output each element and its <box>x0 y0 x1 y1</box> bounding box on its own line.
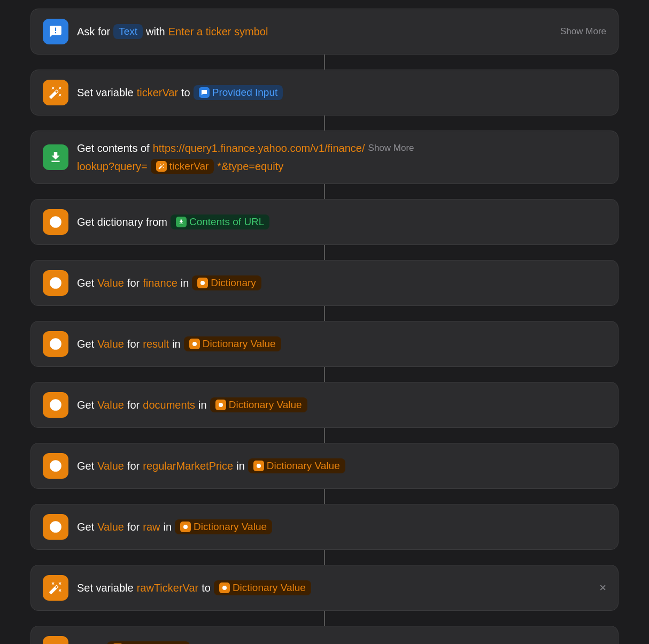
value-label: Value <box>97 277 124 289</box>
raw-ticker-var-pill: rawTickerVar <box>107 641 190 644</box>
dict-value-icon-5 <box>43 514 68 540</box>
connector-8 <box>324 489 325 504</box>
dict-icon-sm <box>215 400 226 410</box>
get-label: Get <box>77 277 94 289</box>
connector-4 <box>324 245 325 260</box>
to-label-2: to <box>202 582 211 594</box>
dict-icon-sm <box>197 278 208 288</box>
ticker-prompt: Enter a ticker symbol <box>168 26 268 38</box>
set-variable-label-2: Set variable <box>77 582 134 594</box>
connector-5 <box>324 306 325 321</box>
step-content: Set variable rawTickerVar to Dictionary … <box>77 580 606 595</box>
set-variable-label: Set variable <box>77 87 134 99</box>
connector-10 <box>324 611 325 626</box>
dict-value-pill-1: Dictionary Value <box>184 336 281 351</box>
show-more-button[interactable]: Show More <box>560 26 606 37</box>
connector-6 <box>324 367 325 382</box>
connector-9 <box>324 550 325 565</box>
url-text: https://query1.finance.yahoo.com/v1/fina… <box>153 141 365 156</box>
step-content: Show rawTickerVar <box>77 641 606 644</box>
svg-point-11 <box>222 586 227 590</box>
get-label: Get <box>77 460 94 472</box>
get-dict-label: Get dictionary from <box>77 216 167 228</box>
in-label: in <box>236 460 245 472</box>
step-get-contents[interactable]: Get contents of https://query1.finance.y… <box>30 131 619 184</box>
svg-point-5 <box>50 399 61 411</box>
key-finance: finance <box>143 277 177 289</box>
show-icon <box>43 636 68 644</box>
get-label: Get <box>77 399 94 411</box>
step-get-market-price[interactable]: Get Value for regularMarketPrice in Dict… <box>30 443 619 489</box>
in-label: in <box>181 277 189 289</box>
svg-point-4 <box>192 342 197 346</box>
chat-icon-small <box>199 87 210 98</box>
to-label: to <box>181 87 190 99</box>
raw-ticker-var-name: rawTickerVar <box>137 582 199 594</box>
step-content: Set variable tickerVar to Provided Input <box>77 85 606 100</box>
get-label: Get <box>77 521 94 533</box>
dict-value-icon-3 <box>43 392 68 418</box>
step-set-variable-2[interactable]: Set variable rawTickerVar to Dictionary … <box>30 565 619 611</box>
ticker-var-pill: tickerVar <box>151 159 214 174</box>
step-show[interactable]: Show rawTickerVar <box>30 626 619 644</box>
key-result: result <box>143 338 169 350</box>
url-path: lookup?query= <box>77 159 148 174</box>
svg-point-10 <box>183 525 188 529</box>
dictionary-pill: Dictionary <box>192 275 261 290</box>
step-get-finance[interactable]: Get Value for finance in Dictionary <box>30 260 619 306</box>
dict-value-pill-5: Dictionary Value <box>214 580 311 595</box>
step-content: Get Value for documents in Dictionary Va… <box>77 397 606 412</box>
ask-icon <box>43 19 68 44</box>
step-content: Ask for Text with Enter a ticker symbol <box>77 24 606 39</box>
connector-3 <box>324 184 325 199</box>
value-label: Value <box>97 338 124 350</box>
value-label: Value <box>97 460 124 472</box>
in-label: in <box>198 399 207 411</box>
close-button[interactable]: × <box>599 581 606 595</box>
step-get-result[interactable]: Get Value for result in Dictionary Value <box>30 321 619 367</box>
value-label: Value <box>97 521 124 533</box>
get-contents-label: Get contents of <box>77 142 150 155</box>
content-row-1: Get contents of https://query1.finance.y… <box>77 141 414 156</box>
svg-point-3 <box>50 338 61 350</box>
step-set-variable-1[interactable]: Set variable tickerVar to Provided Input <box>30 70 619 116</box>
step-content: Get Value for regularMarketPrice in Dict… <box>77 458 606 473</box>
workflow-container: Ask for Text with Enter a ticker symbol … <box>30 9 619 644</box>
connector-7 <box>324 428 325 443</box>
step-get-documents[interactable]: Get Value for documents in Dictionary Va… <box>30 382 619 428</box>
contents-url-pill: Contents of URL <box>171 214 269 229</box>
for-label: for <box>127 399 140 411</box>
in-label: in <box>164 521 172 533</box>
ticker-var-name: tickerVar <box>137 87 178 99</box>
for-label: for <box>127 277 140 289</box>
dict-value-icon-1 <box>43 270 68 296</box>
svg-point-6 <box>219 403 223 407</box>
svg-point-2 <box>200 281 205 285</box>
connector-1 <box>324 55 325 70</box>
dict-icon-sm-2 <box>219 582 230 593</box>
variable-icon-2 <box>43 575 68 601</box>
for-label: for <box>127 521 140 533</box>
dict-icon-sm <box>189 339 200 349</box>
step-content: Get dictionary from Contents of URL <box>77 214 606 229</box>
x-icon-small <box>156 161 167 172</box>
step-get-raw[interactable]: Get Value for raw in Dictionary Value <box>30 504 619 550</box>
step-get-dictionary[interactable]: Get dictionary from Contents of URL <box>30 199 619 245</box>
dict-icon-sm <box>180 522 191 532</box>
dict-value-icon-2 <box>43 331 68 357</box>
for-label: for <box>127 460 140 472</box>
download-icon-small <box>176 217 187 227</box>
key-market-price: regularMarketPrice <box>143 460 233 472</box>
dict-icon-sm <box>253 461 264 471</box>
for-label: for <box>127 338 140 350</box>
key-raw: raw <box>143 521 160 533</box>
svg-point-1 <box>50 277 61 289</box>
step-ask-for[interactable]: Ask for Text with Enter a ticker symbol … <box>30 9 619 55</box>
svg-point-7 <box>50 460 61 472</box>
step-content: Get Value for raw in Dictionary Value <box>77 519 606 534</box>
step-content: Get contents of https://query1.finance.y… <box>77 141 606 174</box>
step-content: Get Value for result in Dictionary Value <box>77 336 606 351</box>
svg-point-9 <box>50 521 61 533</box>
svg-point-8 <box>257 464 261 468</box>
show-more-button-2[interactable]: Show More <box>368 143 414 154</box>
